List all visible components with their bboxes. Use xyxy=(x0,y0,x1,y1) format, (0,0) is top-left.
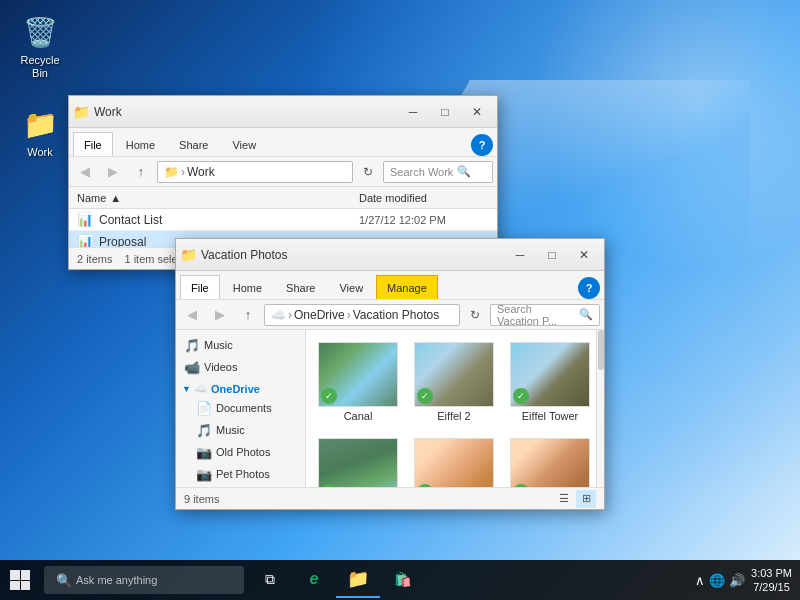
vacation-view-buttons: ☰ ⊞ xyxy=(554,490,596,508)
vacation-tab-file[interactable]: File xyxy=(180,275,220,299)
vacation-up-button[interactable]: ↑ xyxy=(236,303,260,327)
sidebar-item-music[interactable]: 🎵 Music xyxy=(176,334,305,356)
vacation-search-box[interactable]: Search Vacation P... 🔍 xyxy=(490,304,600,326)
vacation-search-icon: 🔍 xyxy=(579,308,593,321)
work-forward-button[interactable]: ▶ xyxy=(101,160,125,184)
vacation-back-button[interactable]: ◀ xyxy=(180,303,204,327)
eiffel2-label: Eiffel 2 xyxy=(437,410,470,422)
desktop-icon-work[interactable]: 📁 Work xyxy=(8,100,72,163)
start-button[interactable] xyxy=(0,560,40,600)
sidebar-documents-label: Documents xyxy=(216,402,272,414)
vacation-address-bar: ◀ ▶ ↑ ☁️ › OneDrive › Vacation Photos ↻ … xyxy=(176,300,604,330)
work-search-box[interactable]: Search Work 🔍 xyxy=(383,161,493,183)
vacation-thumb-grid: ✓ Canal ✓ Eiffel 2 ✓ Eiffel xyxy=(306,330,596,487)
clock-date: 7/29/15 xyxy=(753,580,790,594)
work-titlebar[interactable]: 📁 Work ─ □ ✕ xyxy=(69,96,497,128)
vacation-titlebar[interactable]: 📁 Vacation Photos ─ □ ✕ xyxy=(176,239,604,271)
sidebar-onedrive-header[interactable]: ▼ ☁️ OneDrive xyxy=(176,378,305,397)
contact-list-name: Contact List xyxy=(99,213,359,227)
vacation-maximize-button[interactable]: □ xyxy=(536,240,568,270)
thumb-lozere[interactable]: ✓ Lozere xyxy=(314,434,402,487)
work-refresh-button[interactable]: ↻ xyxy=(357,161,379,183)
vacation-path-onedrive: OneDrive xyxy=(294,308,345,322)
desktop: 🗑️ Recycle Bin 📁 Work 📁 Work ─ □ ✕ File … xyxy=(0,0,800,600)
taskbar: 🔍 Ask me anything ⧉ e 📁 🛍️ ∧ 🌐 🔊 3:03 PM… xyxy=(0,560,800,600)
work-folder-icon: 📁 xyxy=(20,104,60,144)
thumb-eiffel-tower[interactable]: ✓ Eiffel Tower xyxy=(506,338,594,426)
eiffel-tower-image: ✓ xyxy=(510,342,590,407)
view-details-button[interactable]: ☰ xyxy=(554,490,574,508)
work-title-text: Work xyxy=(94,105,397,119)
work-up-button[interactable]: ↑ xyxy=(129,160,153,184)
vacation-help-button[interactable]: ? xyxy=(578,277,600,299)
work-minimize-button[interactable]: ─ xyxy=(397,97,429,127)
taskbar-app-store[interactable]: 🛍️ xyxy=(380,562,424,598)
sidebar-item-documents[interactable]: 📄 Documents xyxy=(176,397,305,419)
music2-icon: 🎵 xyxy=(196,423,212,438)
work-back-button[interactable]: ◀ xyxy=(73,160,97,184)
vacation-tab-share[interactable]: Share xyxy=(275,275,326,299)
vacation-minimize-button[interactable]: ─ xyxy=(504,240,536,270)
vacation-search-placeholder: Search Vacation P... xyxy=(497,303,575,327)
work-tab-share[interactable]: Share xyxy=(168,132,219,156)
thumb-mike[interactable]: ✓ Mike xyxy=(506,434,594,487)
vacation-tab-manage[interactable]: Manage xyxy=(376,275,438,299)
tray-network-icon[interactable]: 🌐 xyxy=(709,573,725,588)
vacation-tab-home[interactable]: Home xyxy=(222,275,273,299)
tray-volume-icon[interactable]: 🔊 xyxy=(729,573,745,588)
me-check: ✓ xyxy=(417,484,433,487)
taskbar-clock[interactable]: 3:03 PM 7/29/15 xyxy=(751,566,792,595)
work-help-button[interactable]: ? xyxy=(471,134,493,156)
vacation-address-path[interactable]: ☁️ › OneDrive › Vacation Photos xyxy=(264,304,460,326)
work-tab-view[interactable]: View xyxy=(221,132,267,156)
vacation-ribbon-tabs: File Home Share View Manage ? xyxy=(176,271,604,299)
sidebar-item-old-photos[interactable]: 📷 Old Photos xyxy=(176,441,305,463)
tray-chevron-icon[interactable]: ∧ xyxy=(695,573,705,588)
vacation-forward-button[interactable]: ▶ xyxy=(208,303,232,327)
work-close-button[interactable]: ✕ xyxy=(461,97,493,127)
work-search-placeholder: Search Work xyxy=(390,166,453,178)
work-col-name[interactable]: Name ▲ xyxy=(77,192,359,204)
work-window-controls: ─ □ ✕ xyxy=(397,97,493,127)
tray-icons: ∧ 🌐 🔊 xyxy=(695,573,745,588)
taskbar-search[interactable]: 🔍 Ask me anything xyxy=(44,566,244,594)
work-tab-home[interactable]: Home xyxy=(115,132,166,156)
desktop-icon-recycle-bin[interactable]: 🗑️ Recycle Bin xyxy=(8,8,72,84)
taskbar-search-placeholder: Ask me anything xyxy=(76,574,157,586)
eiffel-tower-label: Eiffel Tower xyxy=(522,410,578,422)
work-maximize-button[interactable]: □ xyxy=(429,97,461,127)
thumb-me[interactable]: ✓ Me xyxy=(410,434,498,487)
taskbar-app-edge[interactable]: e xyxy=(292,562,336,598)
work-folder-label: Work xyxy=(27,146,52,159)
thumb-eiffel2[interactable]: ✓ Eiffel 2 xyxy=(410,338,498,426)
old-photos-icon: 📷 xyxy=(196,445,212,460)
contact-list-date: 1/27/12 12:02 PM xyxy=(359,214,489,226)
work-ribbon-tabs: File Home Share View ? xyxy=(69,128,497,156)
eiffel-tower-check: ✓ xyxy=(513,388,529,404)
work-address-path[interactable]: 📁 › Work xyxy=(157,161,353,183)
vacation-tab-view[interactable]: View xyxy=(328,275,374,299)
canal-image: ✓ xyxy=(318,342,398,407)
sidebar-old-photos-label: Old Photos xyxy=(216,446,270,458)
sidebar-item-pet-photos[interactable]: 📷 Pet Photos xyxy=(176,463,305,485)
taskbar-app-explorer[interactable]: 📁 xyxy=(336,562,380,598)
vacation-status-text: 9 items xyxy=(184,493,219,505)
work-tab-file[interactable]: File xyxy=(73,132,113,156)
proposal-icon: 📊 xyxy=(77,234,93,247)
sidebar-item-music2[interactable]: 🎵 Music xyxy=(176,419,305,441)
me-image: ✓ xyxy=(414,438,494,487)
sidebar-item-videos[interactable]: 📹 Videos xyxy=(176,356,305,378)
work-address-bar: ◀ ▶ ↑ 📁 › Work ↻ Search Work 🔍 xyxy=(69,157,497,187)
sidebar-music-label: Music xyxy=(204,339,233,351)
work-file-row-contact-list[interactable]: 📊 Contact List 1/27/12 12:02 PM xyxy=(69,209,497,231)
taskbar-app-taskview[interactable]: ⧉ xyxy=(248,562,292,598)
vacation-close-button[interactable]: ✕ xyxy=(568,240,600,270)
thumb-canal[interactable]: ✓ Canal xyxy=(314,338,402,426)
vacation-scrollbar[interactable] xyxy=(596,330,604,487)
work-path-work: Work xyxy=(187,165,215,179)
vacation-refresh-button[interactable]: ↻ xyxy=(464,304,486,326)
eiffel2-image: ✓ xyxy=(414,342,494,407)
recycle-bin-icon: 🗑️ xyxy=(20,12,60,52)
view-thumb-button[interactable]: ⊞ xyxy=(576,490,596,508)
clock-time: 3:03 PM xyxy=(751,566,792,580)
